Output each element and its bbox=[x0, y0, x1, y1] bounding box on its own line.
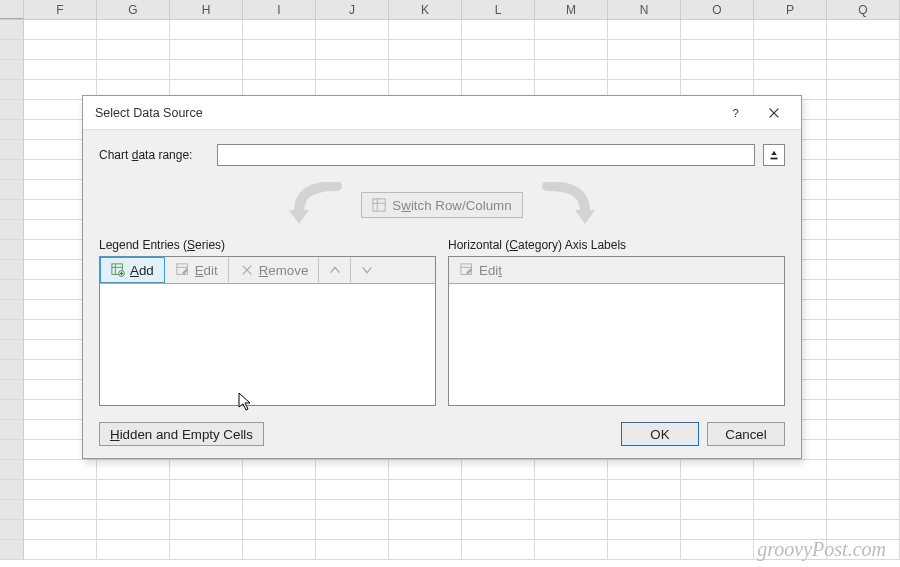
cell[interactable] bbox=[97, 460, 170, 479]
cell[interactable] bbox=[535, 40, 608, 59]
cell[interactable] bbox=[608, 40, 681, 59]
cell[interactable] bbox=[827, 160, 900, 179]
cell[interactable] bbox=[681, 520, 754, 539]
column-header[interactable]: F bbox=[24, 0, 97, 19]
cell[interactable] bbox=[827, 240, 900, 259]
cell[interactable] bbox=[170, 60, 243, 79]
cell[interactable] bbox=[243, 460, 316, 479]
cell[interactable] bbox=[608, 480, 681, 499]
row-header[interactable] bbox=[0, 60, 24, 79]
row-header[interactable] bbox=[0, 440, 24, 459]
row-header[interactable] bbox=[0, 20, 24, 39]
cell[interactable] bbox=[754, 20, 827, 39]
cell[interactable] bbox=[827, 400, 900, 419]
row-header[interactable] bbox=[0, 400, 24, 419]
cell[interactable] bbox=[97, 480, 170, 499]
row-header[interactable] bbox=[0, 40, 24, 59]
cell[interactable] bbox=[608, 60, 681, 79]
cell[interactable] bbox=[827, 520, 900, 539]
row-header[interactable] bbox=[0, 160, 24, 179]
cell[interactable] bbox=[389, 20, 462, 39]
cell[interactable] bbox=[827, 220, 900, 239]
cell[interactable] bbox=[170, 500, 243, 519]
row-header[interactable] bbox=[0, 80, 24, 99]
close-button[interactable] bbox=[755, 99, 793, 127]
cell[interactable] bbox=[24, 500, 97, 519]
cell[interactable] bbox=[170, 20, 243, 39]
cell[interactable] bbox=[827, 80, 900, 99]
cell[interactable] bbox=[462, 540, 535, 559]
column-header[interactable]: K bbox=[389, 0, 462, 19]
row-header[interactable] bbox=[0, 480, 24, 499]
cell[interactable] bbox=[827, 420, 900, 439]
column-header[interactable]: O bbox=[681, 0, 754, 19]
switch-row-column-button[interactable]: Switch Row/Column bbox=[361, 192, 522, 218]
cell[interactable] bbox=[827, 20, 900, 39]
cell[interactable] bbox=[389, 540, 462, 559]
cell[interactable] bbox=[827, 480, 900, 499]
cell[interactable] bbox=[827, 100, 900, 119]
edit-series-button[interactable]: Edit bbox=[165, 257, 229, 283]
cell[interactable] bbox=[97, 540, 170, 559]
cell[interactable] bbox=[462, 520, 535, 539]
row-header[interactable] bbox=[0, 180, 24, 199]
cell[interactable] bbox=[462, 460, 535, 479]
cell[interactable] bbox=[754, 540, 827, 559]
column-header[interactable]: H bbox=[170, 0, 243, 19]
cell[interactable] bbox=[462, 60, 535, 79]
cell[interactable] bbox=[827, 260, 900, 279]
column-header[interactable]: N bbox=[608, 0, 681, 19]
row-header[interactable] bbox=[0, 120, 24, 139]
cell[interactable] bbox=[681, 500, 754, 519]
cell[interactable] bbox=[389, 460, 462, 479]
cell[interactable] bbox=[681, 60, 754, 79]
row-header[interactable] bbox=[0, 280, 24, 299]
cell[interactable] bbox=[535, 60, 608, 79]
column-header[interactable]: M bbox=[535, 0, 608, 19]
cell[interactable] bbox=[97, 40, 170, 59]
cell[interactable] bbox=[97, 520, 170, 539]
cell[interactable] bbox=[827, 200, 900, 219]
cell[interactable] bbox=[24, 20, 97, 39]
cell[interactable] bbox=[608, 20, 681, 39]
remove-series-button[interactable]: Remove bbox=[229, 257, 320, 283]
legend-entries-list[interactable] bbox=[100, 284, 435, 405]
cell[interactable] bbox=[681, 540, 754, 559]
axis-labels-list[interactable] bbox=[449, 284, 784, 405]
cell[interactable] bbox=[316, 20, 389, 39]
cell[interactable] bbox=[462, 20, 535, 39]
cell[interactable] bbox=[24, 60, 97, 79]
cell[interactable] bbox=[243, 540, 316, 559]
cell[interactable] bbox=[24, 460, 97, 479]
cell[interactable] bbox=[243, 520, 316, 539]
cell[interactable] bbox=[827, 460, 900, 479]
cell[interactable] bbox=[608, 520, 681, 539]
cell[interactable] bbox=[681, 40, 754, 59]
move-down-button[interactable] bbox=[351, 257, 382, 283]
cell[interactable] bbox=[316, 540, 389, 559]
chart-data-range-input[interactable] bbox=[217, 144, 755, 166]
cell[interactable] bbox=[754, 520, 827, 539]
cell[interactable] bbox=[316, 500, 389, 519]
cell[interactable] bbox=[170, 520, 243, 539]
cell[interactable] bbox=[827, 60, 900, 79]
row-header[interactable] bbox=[0, 500, 24, 519]
row-header[interactable] bbox=[0, 460, 24, 479]
cell[interactable] bbox=[681, 20, 754, 39]
cell[interactable] bbox=[827, 120, 900, 139]
cell[interactable] bbox=[827, 380, 900, 399]
column-header[interactable]: J bbox=[316, 0, 389, 19]
row-header[interactable] bbox=[0, 140, 24, 159]
cell[interactable] bbox=[535, 500, 608, 519]
cell[interactable] bbox=[827, 40, 900, 59]
cell[interactable] bbox=[316, 460, 389, 479]
cell[interactable] bbox=[827, 360, 900, 379]
cell[interactable] bbox=[827, 320, 900, 339]
cell[interactable] bbox=[608, 460, 681, 479]
row-header[interactable] bbox=[0, 360, 24, 379]
cell[interactable] bbox=[389, 480, 462, 499]
cell[interactable] bbox=[243, 500, 316, 519]
cell[interactable] bbox=[97, 500, 170, 519]
row-header[interactable] bbox=[0, 240, 24, 259]
cell[interactable] bbox=[535, 460, 608, 479]
